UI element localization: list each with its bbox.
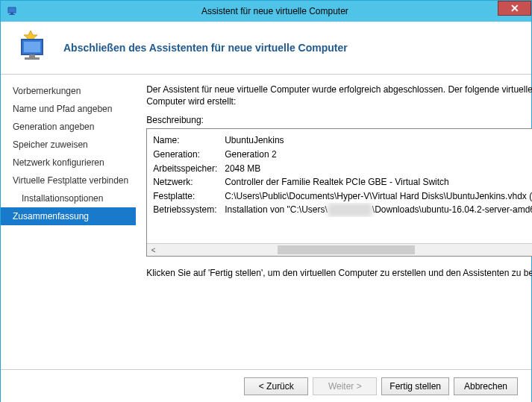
hint-text: Klicken Sie auf 'Fertig stellen', um den… <box>146 267 532 279</box>
row-val-memory: 2048 MB <box>225 162 260 176</box>
summary-box: Name: UbuntuJenkins Generation: Generati… <box>146 128 532 257</box>
wizard-body: Vorbemerkungen Name und Pfad angeben Gen… <box>1 75 531 369</box>
finish-button[interactable]: Fertig stellen <box>381 377 449 395</box>
sidebar-item-name-path[interactable]: Name und Pfad angeben <box>1 100 136 118</box>
svg-rect-0 <box>8 7 16 13</box>
scroll-left-button[interactable]: < <box>147 244 160 256</box>
wizard-window: Assistent für neue virtuelle Computer ✕ … <box>0 0 532 402</box>
sidebar-item-vhd[interactable]: Virtuelle Festplatte verbinden <box>1 172 136 189</box>
chevron-left-icon: < <box>151 246 156 254</box>
table-row: Generation: Generation 2 <box>153 148 532 162</box>
footer: < Zurück Weiter > Fertig stellen Abbrech… <box>1 369 531 402</box>
description-label: Beschreibung: <box>146 115 532 125</box>
sidebar-item-summary[interactable]: Zusammenfassung <box>1 207 136 225</box>
titlebar[interactable]: Assistent für neue virtuelle Computer ✕ <box>1 1 531 22</box>
cancel-button[interactable]: Abbrechen <box>454 377 518 395</box>
table-row: Festplatte: C:\Users\Public\Documents\Hy… <box>153 189 532 204</box>
row-val-disk: C:\Users\Public\Documents\Hyper-V\Virtua… <box>225 189 532 204</box>
table-row: Arbeitsspeicher: 2048 MB <box>153 162 532 176</box>
sidebar-item-memory[interactable]: Speicher zuweisen <box>1 136 136 154</box>
summary-table: Name: UbuntuJenkins Generation: Generati… <box>147 129 532 222</box>
close-button[interactable]: ✕ <box>498 1 531 16</box>
row-key-network: Netzwerk: <box>153 175 225 189</box>
scroll-track[interactable] <box>160 244 532 256</box>
row-key-memory: Arbeitsspeicher: <box>153 162 225 176</box>
next-button: Weiter > <box>313 377 377 395</box>
row-key-os: Betriebssystem: <box>153 203 225 217</box>
sidebar-item-intro[interactable]: Vorbemerkungen <box>1 82 136 100</box>
page-title: Abschließen des Assistenten für neue vir… <box>63 42 348 54</box>
table-row: Name: UbuntuJenkins <box>153 134 532 148</box>
intro-text: Der Assistent für neue virtuelle Compute… <box>146 84 532 107</box>
sidebar-item-generation[interactable]: Generation angeben <box>1 118 136 136</box>
app-icon <box>7 5 19 17</box>
row-key-name: Name: <box>153 134 225 148</box>
table-row: Netzwerk: Controller der Familie Realtek… <box>153 175 532 189</box>
window-title: Assistent für neue virtuelle Computer <box>19 6 531 16</box>
scroll-thumb[interactable] <box>278 245 415 254</box>
table-row: Betriebssystem: Installation von "C:\Use… <box>153 203 532 217</box>
main-panel: Der Assistent für neue virtuelle Compute… <box>136 75 532 369</box>
row-val-generation: Generation 2 <box>225 148 276 162</box>
svg-rect-2 <box>9 14 15 15</box>
row-key-disk: Festplatte: <box>153 189 225 204</box>
wizard-icon <box>16 29 53 66</box>
wizard-header: Abschließen des Assistenten für neue vir… <box>1 22 531 74</box>
svg-rect-6 <box>29 54 35 57</box>
row-key-generation: Generation: <box>153 148 225 162</box>
sidebar-item-install-options[interactable]: Installationsoptionen <box>1 189 136 207</box>
row-val-network: Controller der Familie Realtek PCIe GBE … <box>225 175 449 189</box>
redacted-text: xxxxxxxxxx <box>328 203 372 217</box>
sidebar-item-network[interactable]: Netzwerk konfigurieren <box>1 154 136 172</box>
close-icon: ✕ <box>510 2 519 14</box>
row-val-os: Installation von "C:\Users\xxxxxxxxxx\Do… <box>225 203 532 217</box>
sidebar: Vorbemerkungen Name und Pfad angeben Gen… <box>1 75 136 369</box>
svg-rect-7 <box>25 57 40 60</box>
svg-rect-1 <box>10 13 13 14</box>
svg-rect-5 <box>24 42 40 52</box>
row-val-name: UbuntuJenkins <box>225 134 284 148</box>
back-button[interactable]: < Zurück <box>244 377 308 395</box>
horizontal-scrollbar[interactable]: < > <box>147 243 532 256</box>
